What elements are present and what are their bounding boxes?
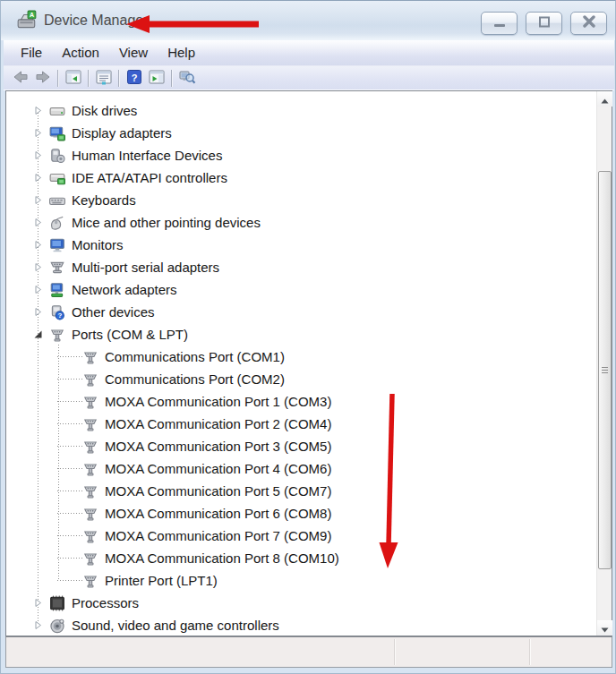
- scrollbar-grip-icon: [602, 367, 608, 374]
- forward-icon: [34, 68, 52, 89]
- port-icon: [82, 550, 98, 567]
- device-manager-window: A Device Manager FileActionViewHelp ? Di…: [0, 0, 616, 674]
- tree-connector-line: [57, 468, 82, 469]
- other-device-icon: ?: [49, 304, 65, 320]
- toolbar-separator: [88, 70, 89, 87]
- tree-item-moxa-communication-port-7-com9[interactable]: MOXA Communication Port 7 (COM9): [6, 525, 596, 547]
- show-action-pane-button[interactable]: [145, 68, 167, 89]
- tree-item-communications-port-com2[interactable]: Communications Port (COM2): [6, 368, 596, 390]
- scroll-down-arrow-icon: [601, 620, 609, 636]
- port-icon: [82, 461, 98, 477]
- title-bar[interactable]: A Device Manager: [1, 1, 615, 40]
- window-controls: [481, 12, 607, 35]
- tree-item-label: Other devices: [72, 304, 155, 320]
- maximize-button[interactable]: [526, 12, 562, 35]
- tree-connector-line: [57, 401, 82, 402]
- properties-button[interactable]: [92, 68, 115, 89]
- tree-item-label: Display adapters: [72, 125, 172, 141]
- collapse-toggle-icon[interactable]: [33, 329, 43, 339]
- svg-text:?: ?: [131, 73, 137, 83]
- tree-item-printer-port-lpt1[interactable]: Printer Port (LPT1): [6, 569, 596, 592]
- expand-toggle-icon[interactable]: [33, 285, 43, 294]
- minimize-button[interactable]: [481, 12, 518, 35]
- expand-toggle-icon[interactable]: [33, 106, 43, 115]
- back-button[interactable]: [9, 68, 31, 89]
- tree-connector-line: [57, 379, 82, 380]
- expand-toggle-icon[interactable]: [33, 128, 43, 138]
- svg-text:?: ?: [57, 311, 62, 320]
- tree-item-multi-port-serial-adapters[interactable]: Multi-port serial adapters: [6, 256, 596, 278]
- maximize-icon: [537, 15, 552, 31]
- status-panel-middle: [395, 637, 529, 667]
- ide-controller-icon: [49, 170, 65, 186]
- mouse-icon: [49, 215, 65, 231]
- scrollbar-thumb[interactable]: [598, 171, 612, 569]
- expand-toggle-icon[interactable]: [33, 307, 43, 317]
- tree-item-ide-ata-atapi-controllers[interactable]: IDE ATA/ATAPI controllers: [6, 166, 596, 189]
- tree-item-moxa-communication-port-2-com4[interactable]: MOXA Communication Port 2 (COM4): [6, 413, 596, 435]
- tree-item-label: MOXA Communication Port 3 (COM5): [105, 439, 331, 454]
- show-console-tree-button[interactable]: [62, 68, 84, 89]
- tree-item-monitors[interactable]: Monitors: [6, 234, 596, 256]
- tree-item-display-adapters[interactable]: Display adapters: [6, 122, 596, 144]
- serial-adapter-icon: [49, 260, 65, 276]
- tree-item-label: MOXA Communication Port 2 (COM4): [105, 416, 331, 431]
- show-action-pane-icon: [148, 68, 166, 89]
- expand-toggle-icon[interactable]: [33, 218, 43, 227]
- expand-toggle-icon[interactable]: [33, 262, 43, 272]
- expand-toggle-icon[interactable]: [33, 598, 43, 608]
- status-panel-right: [530, 637, 612, 667]
- tree-item-label: Communications Port (COM2): [105, 371, 285, 387]
- tree-item-network-adapters[interactable]: Network adapters: [6, 278, 596, 301]
- tree-item-keyboards[interactable]: Keyboards: [6, 189, 596, 211]
- close-button[interactable]: [570, 12, 607, 35]
- port-icon: [82, 416, 98, 432]
- monitor-icon: [49, 237, 65, 253]
- keyboard-icon: [49, 192, 65, 209]
- tree-connector-line: [57, 513, 82, 514]
- vertical-scrollbar[interactable]: [596, 91, 612, 636]
- expand-toggle-icon[interactable]: [33, 173, 43, 183]
- expand-toggle-icon[interactable]: [33, 620, 43, 630]
- tree-connector-line: [57, 356, 82, 357]
- tree-item-processors[interactable]: Processors: [6, 592, 596, 614]
- expand-toggle-icon[interactable]: [33, 195, 43, 205]
- menu-action[interactable]: Action: [52, 40, 109, 65]
- expand-toggle-icon[interactable]: [33, 150, 43, 160]
- tree-item-sound-video-and-game-controllers[interactable]: Sound, video and game controllers: [6, 614, 596, 636]
- menu-file[interactable]: File: [11, 40, 52, 65]
- tree-item-moxa-communication-port-6-com8[interactable]: MOXA Communication Port 6 (COM8): [6, 502, 596, 525]
- tree-item-disk-drives[interactable]: Disk drives: [6, 99, 596, 122]
- menu-view[interactable]: View: [109, 40, 158, 65]
- menu-bar: FileActionViewHelp: [4, 40, 614, 66]
- device-tree: Disk drivesDisplay adaptersHuman Interfa…: [6, 91, 596, 636]
- scroll-down-button[interactable]: [597, 620, 612, 636]
- help-button[interactable]: ?: [123, 68, 145, 89]
- properties-icon: [95, 68, 113, 89]
- toolbar-separator: [57, 70, 58, 87]
- port-icon: [49, 327, 65, 343]
- port-icon: [82, 439, 98, 455]
- tree-connector-line: [57, 491, 82, 491]
- expand-toggle-icon[interactable]: [33, 240, 43, 250]
- tree-item-moxa-communication-port-8-com10[interactable]: MOXA Communication Port 8 (COM10): [6, 547, 596, 569]
- tree-item-label: Mice and other pointing devices: [72, 215, 261, 230]
- show-console-tree-icon: [64, 68, 82, 89]
- scroll-up-button[interactable]: [597, 91, 612, 107]
- tree-item-human-interface-devices[interactable]: Human Interface Devices: [6, 144, 596, 166]
- menu-help[interactable]: Help: [158, 40, 205, 65]
- tree-item-other-devices[interactable]: ?Other devices: [6, 301, 596, 323]
- tree-item-moxa-communication-port-3-com5[interactable]: MOXA Communication Port 3 (COM5): [6, 435, 596, 457]
- port-icon: [82, 483, 98, 499]
- tree-item-label: Keyboards: [72, 192, 136, 208]
- tree-item-communications-port-com1[interactable]: Communications Port (COM1): [6, 346, 596, 368]
- forward-button[interactable]: [31, 68, 54, 89]
- scan-for-hardware-changes-button[interactable]: [175, 68, 198, 89]
- tree-item-moxa-communication-port-5-com7[interactable]: MOXA Communication Port 5 (COM7): [6, 480, 596, 502]
- tree-item-label: MOXA Communication Port 6 (COM8): [105, 506, 331, 521]
- tree-item-mice-and-other-pointing-devices[interactable]: Mice and other pointing devices: [6, 211, 596, 234]
- tree-item-moxa-communication-port-1-com3[interactable]: MOXA Communication Port 1 (COM3): [6, 390, 596, 413]
- tree-item-ports-com-lpt[interactable]: Ports (COM & LPT): [6, 323, 596, 346]
- tree-item-moxa-communication-port-4-com6[interactable]: MOXA Communication Port 4 (COM6): [6, 457, 596, 480]
- tree-item-label: Ports (COM & LPT): [72, 327, 188, 342]
